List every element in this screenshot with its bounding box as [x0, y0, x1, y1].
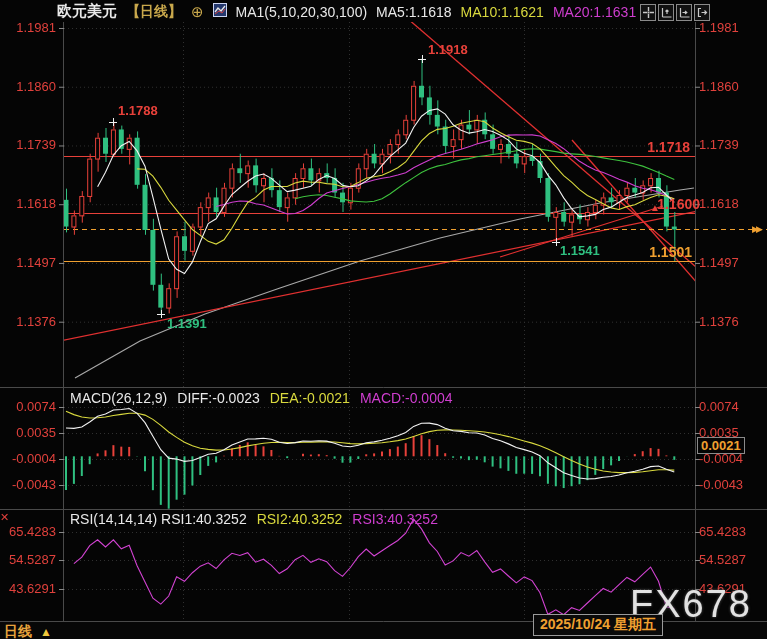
rsi-pane-header: RSI(14,14,14) RSI1:40.3252RSI2:40.3252RS… [70, 511, 438, 527]
chart-window: 欧元美元 【日线】 ⊕ MA1(5,10,20,30,100) MA5:1.16… [0, 0, 767, 639]
symbol-title: 欧元美元 [57, 2, 117, 21]
period-selector[interactable]: 日线 ▲ [4, 623, 52, 639]
period-expand-icon: ▲ [40, 625, 52, 639]
period-label: 日线 [4, 623, 32, 639]
price-marker-icon: ▲ [650, 200, 660, 215]
chart-header: 欧元美元 【日线】 ⊕ MA1(5,10,20,30,100) MA5:1.16… [57, 2, 657, 21]
price-axis-label-left: 1.1739 [2, 137, 56, 152]
exit-arrow-icon[interactable] [694, 4, 710, 21]
ma5-value: MA5:1.1618 [376, 4, 452, 20]
price-axis-label-right: 1.1376 [699, 314, 739, 329]
alert-line-marker-icon: ▶▶ [752, 222, 760, 237]
rsi-axis-label-right: 54.5287 [699, 552, 746, 567]
current-date-box: 2025/10/24 星期五 [533, 614, 663, 636]
price-axis-label-right: 1.1981 [699, 20, 739, 35]
macd-axis-label-left: -0.0043 [2, 477, 56, 492]
price-axis-label-right: 1.1739 [699, 137, 739, 152]
swing-price-label: 1.1541 [560, 243, 600, 258]
macd-axis-label-right: 0.0074 [699, 399, 739, 414]
swing-price-label: 1.1391 [167, 316, 207, 331]
period-tag: 【日线】 [126, 3, 182, 21]
rsi-pane-header-item: RSI2:40.3252 [257, 511, 343, 527]
chart-canvas[interactable] [0, 0, 767, 639]
price-axis-label-left: 1.1618 [2, 196, 56, 211]
swing-price-label: 1.1788 [118, 103, 158, 118]
move-crosshair-icon[interactable] [640, 4, 656, 21]
macd-pane-header-item: MACD:-0.0004 [360, 390, 453, 406]
price-axis-label-left: 1.1981 [2, 20, 56, 35]
price-axis-label-right: 1.1497 [699, 255, 739, 270]
macd-axis-label-left: 0.0035 [2, 425, 56, 440]
price-axis-label-left: 1.1497 [2, 255, 56, 270]
horizontal-line-price-label: 1.1501 [640, 245, 692, 260]
rsi-pane-header-item: RSI3:40.3252 [352, 511, 438, 527]
macd-axis-label-left: -0.0004 [2, 451, 56, 466]
rsi-axis-label-left: 43.6291 [2, 581, 56, 596]
chart-type-icon[interactable] [213, 3, 227, 20]
price-axis-label-left: 1.1376 [2, 314, 56, 329]
macd-current-value-box: 0.0021 [697, 437, 745, 454]
macd-pane-header-item: MACD(26,12,9) [70, 390, 167, 406]
add-indicator-icon[interactable]: ⊕ [191, 3, 204, 21]
rsi-pane-header-item: RSI(14,14,14) RSI1:40.3252 [70, 511, 247, 527]
rsi-axis-label-left: 54.5287 [2, 552, 56, 567]
pan-axis-icon[interactable] [676, 4, 692, 21]
ma20-value: MA20:1.1631 [553, 4, 636, 20]
zoom-axis-icon[interactable] [658, 4, 674, 21]
price-axis-label-right: 1.1860 [699, 79, 739, 94]
chart-toolbar [640, 4, 710, 21]
ma-indicator-label: MA1(5,10,20,30,100) [236, 4, 368, 20]
price-axis-label-right: 1.1618 [699, 196, 739, 211]
horizontal-line-price-label: 1.1718 [638, 140, 690, 155]
rsi-axis-label-right: 65.4283 [699, 524, 746, 539]
delete-indicator-icon[interactable]: ✕ [0, 511, 9, 524]
rsi-axis-label-left: 65.4283 [2, 524, 56, 539]
macd-axis-label-right: -0.0043 [699, 477, 743, 492]
macd-pane-header-item: DIFF:-0.0023 [177, 390, 259, 406]
swing-price-label: 1.1918 [428, 42, 468, 57]
ma10-value: MA10:1.1621 [461, 4, 544, 20]
macd-pane-header: MACD(26,12,9)DIFF:-0.0023DEA:-0.0021MACD… [70, 390, 453, 406]
macd-axis-label-left: 0.0074 [2, 399, 56, 414]
macd-pane-header-item: DEA:-0.0021 [270, 390, 350, 406]
price-axis-label-left: 1.1860 [2, 79, 56, 94]
